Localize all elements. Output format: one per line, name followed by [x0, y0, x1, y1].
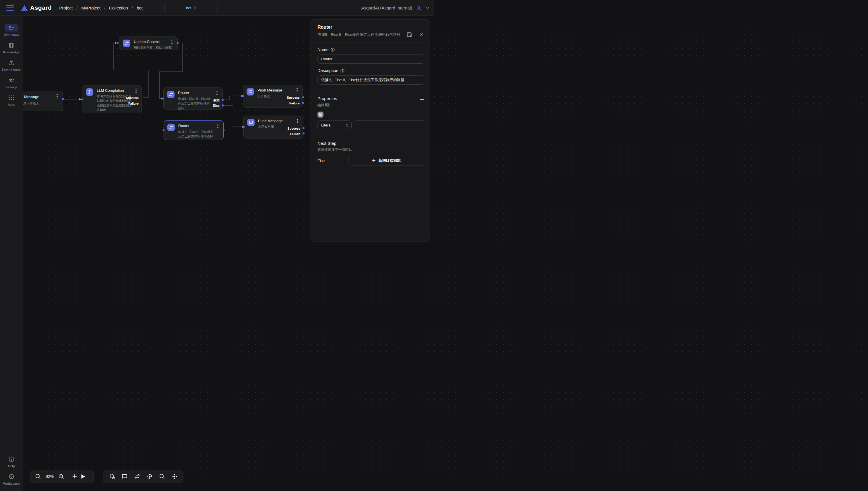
menu-icon[interactable]: [6, 5, 14, 10]
next-step-subtitle: 新增或選擇下一個節點: [318, 147, 424, 152]
apps-grid-icon: [5, 94, 18, 102]
plus-icon: [372, 158, 376, 163]
node-title: Push Message: [257, 88, 282, 92]
chevron-updown-icon: [346, 123, 349, 127]
breadcrumb: Project / MyProject / Collection / bot: [59, 5, 143, 10]
output-port-label: 假如: [213, 98, 220, 103]
node-menu-icon[interactable]: [216, 124, 220, 128]
sidebar-item-apps[interactable]: Apps: [5, 94, 18, 107]
workflows-folder-icon: [5, 24, 18, 32]
breadcrumb-separator: /: [132, 5, 133, 10]
edit-property-icon[interactable]: [318, 112, 324, 118]
push-message-icon: [247, 119, 254, 126]
property-value-input[interactable]: [354, 120, 424, 130]
next-step-branch-label: Else: [318, 158, 348, 163]
user-icon[interactable]: [416, 5, 422, 11]
breadcrumb-project[interactable]: Project: [59, 5, 73, 10]
name-input[interactable]: [318, 55, 424, 64]
node-menu-icon[interactable]: [296, 119, 300, 123]
output-port-label: Failure: [290, 132, 300, 136]
workflow-selector[interactable]: bot: [164, 4, 218, 12]
edge-router1-if-to-push1: [222, 96, 241, 100]
asgard-logo-icon: [21, 5, 28, 10]
add-property-icon[interactable]: [419, 97, 424, 102]
edge-arrowhead: [79, 98, 82, 101]
node-title: Message: [24, 95, 39, 99]
name-field-label: Name: [318, 47, 424, 52]
panel-divider: [311, 136, 430, 136]
description-input[interactable]: [318, 76, 424, 85]
sidebar-item-label: Apps: [7, 103, 15, 107]
panel-description: 依據If、Else If、Else條件決定工作流程執行的路徑: [318, 32, 406, 37]
properties-title: Properties: [318, 96, 337, 101]
description-field-label: Description: [318, 68, 424, 73]
output-port-label: Success: [126, 96, 139, 99]
brand-title: Asgard: [30, 4, 52, 11]
breadcrumb-myproject[interactable]: MyProject: [81, 5, 101, 10]
edge-arrowhead: [115, 42, 117, 45]
edge-arrowhead: [161, 97, 163, 100]
chevron-down-icon[interactable]: [425, 7, 429, 9]
node-title: Update Context: [134, 39, 160, 44]
node-update-context[interactable]: Update Context 用於更新內容，初始化變數: [119, 36, 178, 50]
output-port-label: Success: [287, 127, 300, 130]
node-title: Push Message: [258, 119, 283, 123]
sidebar-item-settings[interactable]: Settings: [5, 76, 18, 89]
node-menu-icon[interactable]: [55, 94, 59, 99]
next-step-title: Next Step: [318, 141, 424, 146]
environment-upload-icon: [5, 59, 18, 66]
sidebar-item-knowledge[interactable]: Knowledge: [3, 41, 20, 54]
node-router-2[interactable]: Router 依據If、Else If、Else條件決定工作流程執行的路徑: [164, 120, 224, 140]
settings-sliders-icon: [5, 76, 18, 84]
close-icon[interactable]: [419, 33, 424, 37]
edge-router1-else-to-push2: [223, 106, 242, 127]
sidebar-item-label: Workflows: [4, 33, 19, 36]
update-context-icon: [123, 39, 130, 47]
node-message[interactable]: Message 息內容輸入: [23, 91, 63, 111]
property-type-select[interactable]: Literal: [318, 120, 352, 130]
node-title: LLM Completion: [97, 88, 124, 93]
breadcrumb-separator: /: [76, 5, 78, 10]
add-target-node-button[interactable]: 新增目標節點: [348, 156, 424, 166]
node-description: 用於更新內容，初始化變數: [134, 45, 173, 50]
node-menu-icon[interactable]: [134, 88, 138, 93]
sidebar-item-workflows[interactable]: Workflows: [4, 24, 19, 36]
property-type-value: Literal: [321, 123, 331, 127]
account-label: AsgardAI (Asgard Internal): [361, 5, 412, 10]
node-title: Router: [178, 91, 189, 95]
node-router-1[interactable]: Router 依據If、Else If、Else條件決定工作流程執行的路徑 假如…: [163, 87, 223, 110]
panel-divider: [311, 171, 430, 171]
sidebar-item-environment[interactable]: Environment: [2, 59, 21, 71]
panel-divider: [311, 42, 430, 42]
node-description: 依據If、Else If、Else條件決定工作流程執行的路徑: [178, 129, 216, 139]
node-menu-icon[interactable]: [170, 39, 174, 44]
node-menu-icon[interactable]: [215, 91, 219, 95]
output-port-label: Else: [213, 104, 220, 107]
left-sidebar: Workflows Knowledge Environment Settings…: [0, 16, 23, 246]
description-label-text: Description: [318, 68, 338, 73]
node-push-message-2[interactable]: Push Message 表示有負面 Success Failure: [243, 116, 303, 139]
knowledge-book-icon: [5, 41, 18, 49]
top-bar: Asgard Project / MyProject / Collection …: [0, 0, 434, 16]
sidebar-item-label: Settings: [5, 85, 18, 89]
sidebar-item-label: Environment: [2, 68, 21, 71]
chevron-updown-icon: [193, 6, 196, 10]
breadcrumb-collection[interactable]: Collection: [109, 5, 128, 10]
properties-subtitle: 編輯屬性: [318, 103, 337, 108]
breadcrumb-bot[interactable]: bot: [137, 5, 143, 10]
node-llm-completion[interactable]: LLM Completion 呼叫大型語言模型並產生結構化的資料輸出以輔助流程的…: [82, 85, 142, 113]
output-port-label: Failure: [128, 102, 139, 105]
router-icon: [167, 124, 175, 131]
output-port-label: Failure: [289, 102, 300, 105]
sidebar-item-label: Knowledge: [3, 51, 20, 54]
breadcrumb-separator: /: [104, 5, 105, 10]
info-icon: [331, 48, 335, 52]
push-message-icon: [247, 88, 254, 95]
workflow-selector-value: bot: [186, 6, 191, 10]
node-description: 依據If、Else If、Else條件決定工作流程執行的路徑: [178, 96, 212, 111]
save-icon[interactable]: [407, 32, 412, 37]
node-config-panel: Router 依據If、Else If、Else條件決定工作流程執行的路徑 Na…: [310, 19, 430, 241]
node-menu-icon[interactable]: [295, 88, 299, 93]
node-description: 息內容輸入: [23, 101, 59, 106]
node-push-message-1[interactable]: Push Message 沒有負面 Success Failure: [243, 85, 303, 108]
